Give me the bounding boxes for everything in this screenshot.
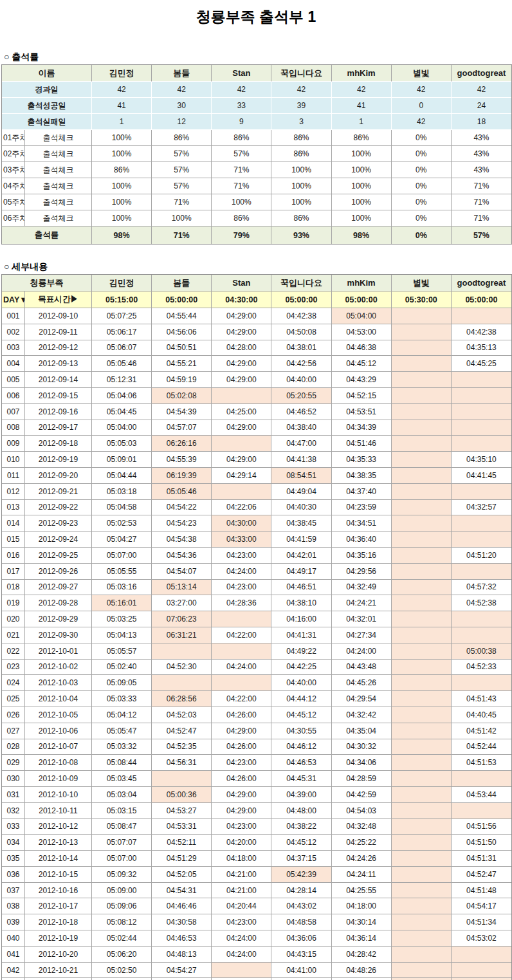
- day-cell[interactable]: 026: [2, 707, 25, 723]
- day-cell[interactable]: 033: [2, 819, 25, 835]
- time-cell[interactable]: [392, 947, 452, 963]
- time-cell[interactable]: 04:55:21: [152, 356, 212, 372]
- time-cell[interactable]: 04:23:00: [212, 548, 271, 564]
- time-cell[interactable]: 05:04:06: [92, 388, 152, 404]
- date-cell[interactable]: 2012-10-02: [25, 660, 92, 676]
- week-rate-value[interactable]: 86%: [271, 146, 331, 162]
- time-cell[interactable]: [392, 723, 452, 739]
- time-cell[interactable]: 04:53:27: [152, 803, 212, 819]
- day-cell[interactable]: 036: [2, 867, 25, 883]
- day-cell[interactable]: 015: [2, 532, 25, 548]
- time-cell[interactable]: 04:49:17: [271, 564, 331, 580]
- time-cell[interactable]: [452, 611, 511, 627]
- time-cell[interactable]: 04:29:00: [212, 420, 271, 436]
- time-cell[interactable]: 04:27:34: [332, 627, 392, 643]
- time-cell[interactable]: 04:24:00: [212, 660, 271, 676]
- time-cell[interactable]: 05:04:00: [332, 308, 392, 324]
- time-cell[interactable]: 04:38:40: [271, 420, 331, 436]
- target-time-cell[interactable]: 05:15:00: [92, 291, 152, 308]
- day-cell[interactable]: 032: [2, 803, 25, 819]
- time-cell[interactable]: 04:26:00: [212, 739, 271, 755]
- week-rate-value[interactable]: 0%: [392, 146, 452, 162]
- time-cell[interactable]: [392, 835, 452, 851]
- time-cell[interactable]: 04:46:52: [271, 404, 331, 420]
- time-cell[interactable]: 04:52:35: [152, 739, 212, 755]
- stat-label[interactable]: 경과일: [2, 82, 92, 98]
- week-label[interactable]: 03주차: [2, 162, 25, 178]
- week-label[interactable]: 01주차: [2, 130, 25, 146]
- time-cell[interactable]: 04:18:00: [212, 851, 271, 867]
- time-cell[interactable]: 04:51:43: [452, 691, 511, 707]
- time-cell[interactable]: 04:26:00: [212, 707, 271, 723]
- time-cell[interactable]: 04:35:33: [332, 452, 392, 468]
- time-cell[interactable]: [212, 388, 271, 404]
- day-cell[interactable]: 004: [2, 356, 25, 372]
- week-rate-value[interactable]: 86%: [271, 130, 331, 146]
- date-cell[interactable]: 2012-10-09: [25, 771, 92, 787]
- date-cell[interactable]: 2012-10-11: [25, 803, 92, 819]
- time-cell[interactable]: 05:05:47: [92, 723, 152, 739]
- day-cell[interactable]: 012: [2, 484, 25, 500]
- column-header-member[interactable]: 봄들: [152, 275, 212, 291]
- time-cell[interactable]: 05:12:31: [92, 372, 152, 388]
- time-cell[interactable]: [452, 436, 511, 452]
- time-cell[interactable]: 05:03:18: [92, 484, 152, 500]
- time-cell[interactable]: 04:52:11: [152, 835, 212, 851]
- time-cell[interactable]: 04:50:08: [271, 324, 331, 340]
- target-time-cell[interactable]: 05:30:00: [392, 291, 452, 308]
- time-cell[interactable]: 05:04:44: [92, 468, 152, 484]
- column-header-member[interactable]: Stan: [212, 65, 271, 82]
- stat-value[interactable]: 30: [152, 98, 212, 114]
- time-cell[interactable]: [212, 643, 271, 660]
- time-cell[interactable]: 05:02:08: [152, 388, 212, 404]
- time-cell[interactable]: 04:29:14: [212, 468, 271, 484]
- date-cell[interactable]: 2012-09-14: [25, 372, 92, 388]
- time-cell[interactable]: 04:36:40: [332, 532, 392, 548]
- column-header-member[interactable]: mhKim: [332, 65, 392, 82]
- target-time-cell[interactable]: 05:00:00: [452, 291, 511, 308]
- time-cell[interactable]: 08:54:51: [271, 468, 331, 484]
- time-cell[interactable]: [452, 484, 511, 500]
- date-cell[interactable]: 2012-09-20: [25, 468, 92, 484]
- date-cell[interactable]: 2012-09-12: [25, 340, 92, 356]
- time-cell[interactable]: 04:39:00: [271, 787, 331, 803]
- time-cell[interactable]: 05:04:27: [92, 532, 152, 548]
- column-header-member[interactable]: 봄들: [152, 65, 212, 82]
- stat-value[interactable]: 9: [212, 114, 271, 130]
- time-cell[interactable]: 04:43:15: [271, 947, 331, 963]
- time-cell[interactable]: 04:54:03: [332, 803, 392, 819]
- stat-value[interactable]: 42: [271, 82, 331, 98]
- day-cell[interactable]: 023: [2, 660, 25, 676]
- time-cell[interactable]: 04:29:00: [212, 803, 271, 819]
- time-cell[interactable]: 04:32:01: [332, 611, 392, 627]
- day-cell[interactable]: 021: [2, 627, 25, 643]
- time-cell[interactable]: 04:32:42: [332, 707, 392, 723]
- time-cell[interactable]: 04:45:31: [271, 771, 331, 787]
- time-cell[interactable]: [392, 611, 452, 627]
- stat-value[interactable]: 41: [92, 98, 152, 114]
- target-time-cell[interactable]: 05:00:00: [152, 291, 212, 308]
- day-cell[interactable]: 009: [2, 436, 25, 452]
- time-cell[interactable]: 05:07:07: [92, 835, 152, 851]
- time-cell[interactable]: [452, 963, 511, 979]
- time-cell[interactable]: 05:03:16: [92, 580, 152, 596]
- week-rate-value[interactable]: 0%: [392, 194, 452, 210]
- time-cell[interactable]: 06:28:56: [152, 691, 212, 707]
- day-cell[interactable]: 018: [2, 580, 25, 596]
- time-cell[interactable]: [392, 675, 452, 691]
- time-cell[interactable]: 05:06:20: [92, 947, 152, 963]
- time-cell[interactable]: 04:24:26: [332, 851, 392, 867]
- date-cell[interactable]: 2012-09-19: [25, 452, 92, 468]
- time-cell[interactable]: 05:09:01: [92, 452, 152, 468]
- check-label[interactable]: 출석체크: [25, 130, 92, 146]
- time-cell[interactable]: 05:04:45: [92, 404, 152, 420]
- time-cell[interactable]: 04:42:56: [271, 356, 331, 372]
- week-rate-value[interactable]: 100%: [271, 194, 331, 210]
- time-cell[interactable]: 04:34:51: [332, 515, 392, 532]
- time-cell[interactable]: 04:25:55: [332, 883, 392, 899]
- time-cell[interactable]: 04:38:22: [271, 819, 331, 835]
- stat-value[interactable]: 42: [392, 114, 452, 130]
- time-cell[interactable]: [392, 803, 452, 819]
- time-cell[interactable]: 04:32:49: [332, 580, 392, 596]
- time-cell[interactable]: 04:29:00: [212, 452, 271, 468]
